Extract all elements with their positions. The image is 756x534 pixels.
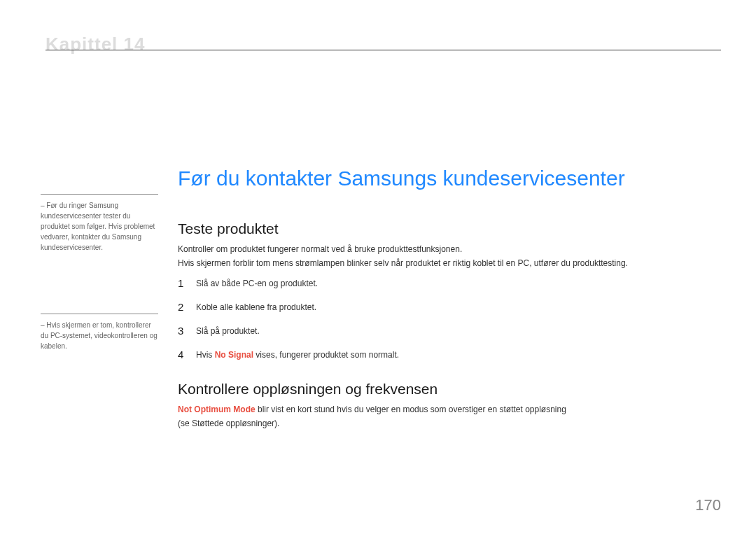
chapter-label: Kapittel 14 bbox=[46, 34, 146, 55]
sidebar-note-2: Hvis skjermen er tom, kontrollerer du PC… bbox=[41, 314, 158, 351]
step-text: Hvis No Signal vises, fungerer produktet… bbox=[196, 349, 399, 360]
page-number: 170 bbox=[695, 496, 721, 514]
step4-prefix: Hvis bbox=[196, 350, 215, 360]
paragraph-test-1: Kontroller om produktet fungerer normalt… bbox=[178, 244, 462, 254]
paragraph-test-2: Hvis skjermen forblir tom mens strømlamp… bbox=[178, 258, 628, 268]
step-text: Koble alle kablene fra produktet. bbox=[196, 301, 316, 312]
step4-suffix: vises, fungerer produktet som normalt. bbox=[253, 350, 399, 360]
step-1: 1 Slå av både PC-en og produktet. bbox=[178, 277, 318, 289]
paragraph-resolution-1: Not Optimum Mode blir vist en kort stund… bbox=[178, 405, 566, 414]
step-number: 4 bbox=[178, 349, 196, 360]
header-divider bbox=[46, 50, 721, 50]
paragraph-resolution-2: (se Støttede oppløsninger). bbox=[178, 419, 279, 428]
section-title-resolution: Kontrollere oppløsningen og frekvensen bbox=[178, 381, 438, 398]
step-number: 2 bbox=[178, 301, 196, 313]
sidebar-note-1: Før du ringer Samsung kundeservicesenter… bbox=[41, 194, 158, 253]
page-main-title: Før du kontakter Samsungs kundeservicese… bbox=[178, 167, 625, 190]
no-signal-highlight: No Signal bbox=[215, 350, 253, 360]
section-title-test-product: Teste produktet bbox=[178, 220, 279, 237]
step-text: Slå av både PC-en og produktet. bbox=[196, 277, 318, 288]
not-optimum-highlight: Not Optimum Mode bbox=[178, 405, 255, 414]
para3-text: blir vist en kort stund hvis du velger e… bbox=[255, 405, 566, 414]
step-2: 2 Koble alle kablene fra produktet. bbox=[178, 301, 316, 313]
step-3: 3 Slå på produktet. bbox=[178, 325, 260, 337]
step-text: Slå på produktet. bbox=[196, 325, 260, 336]
step-4: 4 Hvis No Signal vises, fungerer produkt… bbox=[178, 349, 399, 360]
step-number: 3 bbox=[178, 325, 196, 337]
step-number: 1 bbox=[178, 277, 196, 289]
